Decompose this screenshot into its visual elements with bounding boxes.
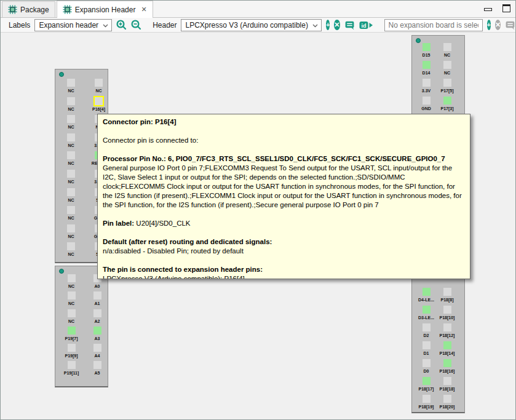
zoom-in-button[interactable] (116, 20, 127, 30)
pin-square[interactable] (443, 341, 451, 349)
add-header-button[interactable]: + (326, 20, 330, 30)
pin-square[interactable] (67, 133, 75, 141)
pin-NC[interactable]: NC (62, 188, 80, 202)
pin-square[interactable] (95, 97, 103, 105)
pin-square[interactable] (443, 377, 451, 385)
pin-square[interactable] (423, 359, 431, 367)
pin-square[interactable] (423, 97, 431, 105)
pin-square[interactable] (423, 61, 431, 69)
pin-NC[interactable]: NC (62, 79, 80, 93)
pin-square[interactable] (423, 377, 431, 385)
minimize-button[interactable] (481, 2, 494, 14)
pin-P18[10][interactable]: P18[10] (437, 306, 458, 320)
pin-P18[12][interactable]: P18[12] (437, 323, 458, 338)
pin-square[interactable] (443, 43, 451, 51)
pin-square[interactable] (423, 288, 431, 296)
pin-square[interactable] (93, 291, 101, 299)
pin-P18[16][interactable]: P18[16] (437, 359, 458, 373)
pin-D2[interactable]: D2 (416, 323, 437, 338)
pin-D15[interactable]: D15 (416, 43, 437, 57)
labels-combobox[interactable]: Expansion header (34, 19, 112, 31)
pin-square[interactable] (67, 224, 75, 232)
pin-D1[interactable]: D1 (416, 341, 437, 355)
pin-square[interactable] (423, 323, 431, 331)
pin-NC[interactable]: NC (90, 79, 108, 93)
pin-P18[18][interactable]: P18[18] (437, 377, 458, 391)
pin-NC[interactable]: NC (62, 133, 80, 148)
pin-P16[4][interactable]: P16[4] (90, 97, 108, 111)
pin-square[interactable] (93, 309, 101, 317)
tab-expansion-header[interactable]: Expansion Header ✕ (57, 1, 153, 18)
pin-NC[interactable]: NC (62, 242, 80, 256)
maximize-button[interactable] (499, 2, 513, 14)
pin-3.3V[interactable]: 3.3V (416, 79, 437, 93)
pin-square[interactable] (423, 79, 431, 87)
pin-square[interactable] (68, 344, 76, 352)
pin-square[interactable] (423, 341, 431, 349)
pin-D14[interactable]: D14 (416, 61, 437, 75)
pin-A1[interactable]: A1 (87, 291, 108, 306)
pin-square[interactable] (423, 43, 431, 51)
pin-square[interactable] (67, 170, 75, 178)
pin-NC[interactable]: NC (62, 206, 80, 220)
pin-square[interactable] (93, 361, 101, 369)
pin-P17[3][interactable]: P17[3] (437, 97, 458, 111)
pin-P18[14][interactable]: P18[14] (437, 341, 458, 355)
pin-P18[19][interactable]: P18[19] (416, 395, 437, 409)
pin-square[interactable] (443, 306, 451, 314)
pin-A2[interactable]: A2 (87, 309, 108, 323)
pin-NC[interactable]: NC (61, 274, 82, 288)
pin-NC[interactable]: NC (62, 170, 80, 184)
pin-A5[interactable]: A5 (87, 361, 108, 375)
pin-P19[11][interactable]: P19[11] (61, 361, 82, 375)
pin-P17[5][interactable]: P17[5] (437, 79, 458, 93)
pin-NC[interactable]: NC (437, 43, 458, 57)
header-combobox[interactable]: LPCXpresso V3 (Arduino compatible) (181, 19, 321, 31)
pin-square[interactable] (68, 291, 76, 299)
pin-square[interactable] (443, 323, 451, 331)
pin-GND[interactable]: GND (416, 97, 437, 111)
pin-D4-LE...[interactable]: D4-LE... (416, 288, 437, 302)
pin-A3[interactable]: A3 (87, 327, 108, 341)
pin-square[interactable] (443, 97, 451, 105)
pin-NC[interactable]: NC (62, 151, 80, 165)
pin-square[interactable] (443, 288, 451, 296)
pin-square[interactable] (68, 361, 76, 369)
add-board-button[interactable]: + (487, 20, 491, 30)
pin-D0[interactable]: D0 (416, 359, 437, 373)
zoom-out-button[interactable] (131, 20, 141, 30)
pin-square[interactable] (67, 97, 75, 105)
pin-square[interactable] (67, 151, 75, 159)
pin-square[interactable] (443, 395, 451, 403)
pin-square[interactable] (443, 359, 451, 367)
pin-P18[8][interactable]: P18[8] (437, 288, 458, 302)
pin-square[interactable] (68, 309, 76, 317)
pin-square[interactable] (67, 115, 75, 123)
id-badge-icon[interactable]: id (359, 20, 373, 30)
tab-package[interactable]: Package (2, 1, 55, 17)
pin-NC[interactable]: NC (437, 61, 458, 75)
pin-P18[20][interactable]: P18[20] (437, 395, 458, 409)
close-icon[interactable]: ✕ (141, 6, 146, 14)
pin-P19[9][interactable]: P19[9] (61, 344, 82, 358)
pin-square[interactable] (68, 274, 76, 282)
pin-NC[interactable]: NC (62, 97, 80, 111)
pin-P19[7][interactable]: P19[7] (61, 327, 82, 341)
remove-header-button[interactable]: ✕ (334, 20, 339, 30)
pin-square[interactable] (423, 395, 431, 403)
pin-square[interactable] (93, 327, 101, 335)
pin-square[interactable] (423, 306, 431, 314)
pin-D3-LE...[interactable]: D3-LE... (416, 306, 437, 320)
pin-square[interactable] (443, 61, 451, 69)
pin-NC[interactable]: NC (61, 309, 82, 323)
pin-square[interactable] (67, 188, 75, 196)
pin-NC[interactable]: NC (62, 115, 80, 129)
pin-square[interactable] (443, 79, 451, 87)
comment-icon[interactable] (344, 20, 355, 30)
pin-A4[interactable]: A4 (87, 344, 108, 358)
pin-square[interactable] (67, 206, 75, 214)
pin-square[interactable] (68, 327, 76, 335)
pin-P18[17][interactable]: P18[17] (416, 377, 437, 391)
pin-square[interactable] (95, 79, 103, 87)
pin-square[interactable] (67, 79, 75, 87)
